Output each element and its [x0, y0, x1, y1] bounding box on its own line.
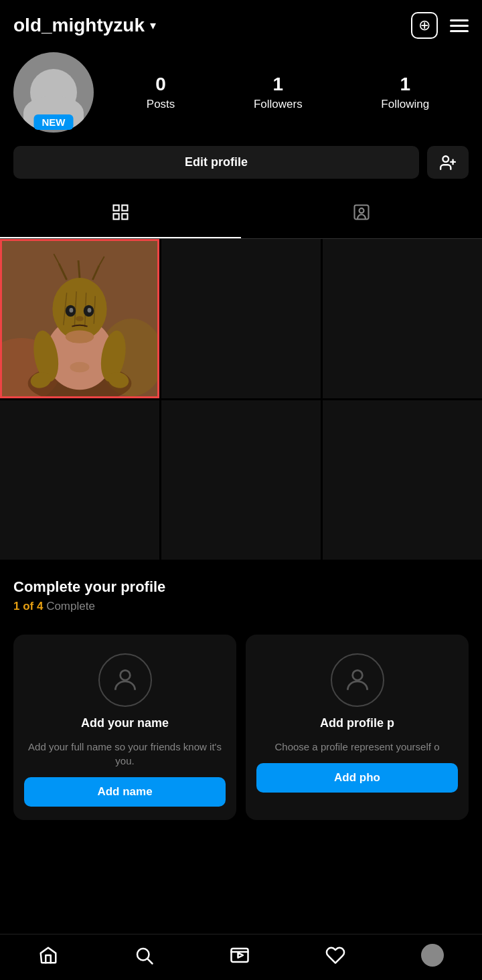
- svg-line-26: [78, 260, 80, 278]
- add-person-icon: [439, 154, 457, 171]
- grid-item-2[interactable]: [161, 239, 321, 398]
- nav-home[interactable]: [38, 945, 58, 965]
- following-count: 1: [400, 74, 410, 95]
- followers-count: 1: [273, 74, 284, 95]
- add-photo-card: Add profile p Choose a profile represent…: [246, 635, 469, 820]
- svg-point-8: [359, 208, 364, 213]
- add-name-icon-circle: [98, 653, 152, 707]
- add-post-icon[interactable]: ⊕: [411, 12, 438, 39]
- svg-point-22: [88, 308, 92, 313]
- reels-icon: [230, 945, 250, 965]
- svg-rect-6: [122, 214, 127, 219]
- tabs-row: [0, 192, 482, 239]
- new-badge: NEW: [34, 114, 74, 130]
- cards-row: Add your name Add your full name so your…: [0, 624, 482, 820]
- add-photo-icon-circle: [331, 653, 384, 707]
- followers-label: Followers: [254, 98, 303, 111]
- svg-rect-39: [231, 949, 248, 962]
- following-stat[interactable]: 1 Following: [381, 74, 429, 111]
- bottom-spacer: [0, 820, 482, 880]
- svg-point-35: [120, 670, 130, 680]
- nav-profile[interactable]: [421, 944, 444, 967]
- progress-highlight: 1 of 4: [13, 600, 43, 612]
- tagged-icon: [352, 203, 371, 226]
- grid-item-4[interactable]: [0, 400, 159, 560]
- avatar-person-shape: [30, 69, 77, 116]
- grid-svg: [111, 203, 130, 222]
- add-name-button[interactable]: Add name: [24, 777, 226, 807]
- posts-stat[interactable]: 0 Posts: [147, 74, 175, 111]
- avatar-container: NEW: [13, 52, 94, 133]
- plus-square-icon: ⊕: [418, 17, 430, 34]
- posts-label: Posts: [147, 98, 175, 111]
- followers-stat[interactable]: 1 Followers: [254, 74, 303, 111]
- home-icon: [38, 945, 58, 965]
- tagged-svg: [352, 203, 371, 222]
- profile-section: NEW 0 Posts 1 Followers 1 Following: [0, 46, 482, 146]
- buttons-row: Edit profile: [0, 146, 482, 192]
- grid-item-6[interactable]: [323, 400, 482, 560]
- post-thumbnail-1: [2, 241, 157, 396]
- hamburger-menu-icon[interactable]: [450, 19, 469, 32]
- grid-icon: [111, 203, 130, 226]
- add-name-card: Add your name Add your full name so your…: [13, 635, 236, 820]
- add-photo-button[interactable]: Add pho: [256, 763, 458, 793]
- svg-point-0: [443, 156, 449, 162]
- add-photo-title: Add profile p: [320, 716, 394, 730]
- nav-search[interactable]: [134, 945, 154, 965]
- complete-profile-section: Complete your profile 1 of 4 Complete: [0, 560, 482, 624]
- svg-point-23: [76, 316, 84, 321]
- nav-notifications[interactable]: [325, 945, 345, 965]
- header-left: old_mightyzuk ▾: [13, 15, 156, 36]
- svg-rect-7: [355, 206, 369, 220]
- search-icon: [134, 945, 154, 965]
- groot-illustration: [2, 241, 157, 396]
- nav-reels[interactable]: [230, 945, 250, 965]
- header: old_mightyzuk ▾ ⊕: [0, 0, 482, 46]
- edit-profile-button[interactable]: Edit profile: [13, 146, 419, 179]
- add-friend-button[interactable]: [427, 146, 469, 179]
- svg-point-33: [66, 330, 94, 343]
- svg-point-34: [70, 362, 90, 372]
- tab-grid[interactable]: [0, 192, 241, 238]
- add-name-desc: Add your full name so your friends know …: [24, 740, 226, 768]
- nav-profile-avatar: [421, 944, 444, 967]
- chevron-down-icon[interactable]: ▾: [150, 18, 156, 33]
- complete-profile-progress: 1 of 4 Complete: [13, 600, 469, 613]
- add-photo-desc: Choose a profile represent yourself o: [275, 740, 440, 754]
- svg-rect-5: [114, 214, 119, 219]
- svg-point-36: [352, 670, 362, 680]
- svg-line-38: [147, 959, 152, 964]
- grid-content: [0, 239, 482, 560]
- posts-count: 0: [155, 74, 166, 95]
- following-label: Following: [381, 98, 429, 111]
- bottom-nav: [0, 934, 482, 980]
- stats-container: 0 Posts 1 Followers 1 Following: [107, 74, 469, 111]
- progress-text: Complete: [43, 600, 94, 612]
- person-icon: [110, 665, 140, 695]
- complete-profile-title: Complete your profile: [13, 578, 469, 596]
- svg-point-21: [70, 308, 74, 313]
- header-right: ⊕: [411, 12, 469, 39]
- username[interactable]: old_mightyzuk: [13, 15, 145, 36]
- grid-item-1[interactable]: [0, 239, 159, 398]
- grid-item-3[interactable]: [323, 239, 482, 398]
- svg-rect-4: [122, 206, 127, 211]
- tab-tagged[interactable]: [241, 192, 482, 238]
- person-photo-icon: [343, 665, 372, 695]
- heart-icon: [325, 945, 345, 965]
- add-name-title: Add your name: [81, 716, 169, 730]
- svg-rect-3: [114, 206, 119, 211]
- grid-item-5[interactable]: [161, 400, 321, 560]
